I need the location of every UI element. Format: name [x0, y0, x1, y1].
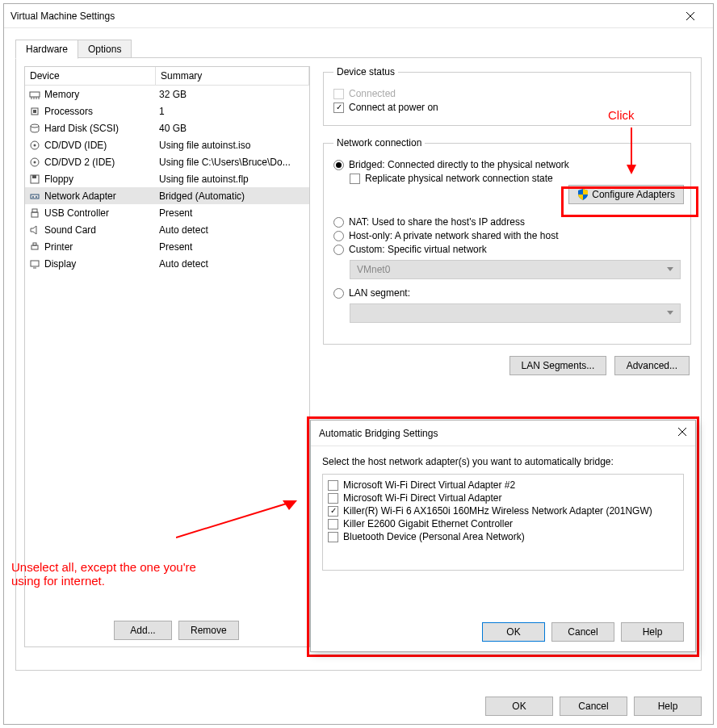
device-name: Printer	[44, 241, 159, 253]
device-summary: Present	[159, 241, 306, 253]
shield-icon	[577, 189, 589, 200]
custom-radio[interactable]: Custom: Specific virtual network	[333, 244, 681, 255]
device-name: USB Controller	[44, 207, 159, 219]
adapter-label: Killer E2600 Gigabit Ethernet Controller	[343, 518, 513, 529]
col-header-summary[interactable]: Summary	[156, 67, 309, 85]
table-row[interactable]: Hard Disk (SCSI)40 GB	[25, 119, 309, 136]
checkbox-icon: ✓	[328, 506, 338, 517]
device-summary: Bridged (Automatic)	[159, 190, 306, 202]
device-name: Floppy	[44, 174, 159, 185]
table-row[interactable]: Processors1	[25, 103, 309, 119]
table-row[interactable]: USB ControllerPresent	[25, 204, 309, 221]
table-row[interactable]: FloppyUsing file autoinst.flp	[25, 170, 309, 187]
adapter-label: Microsoft Wi-Fi Direct Virtual Adapter #…	[343, 479, 515, 491]
col-header-device[interactable]: Device	[25, 67, 156, 85]
cpu-icon	[28, 105, 41, 118]
ok-button[interactable]: OK	[485, 697, 553, 716]
disk-icon	[28, 122, 41, 135]
table-row[interactable]: CD/DVD 2 (IDE)Using file C:\Users\Bruce\…	[25, 153, 309, 170]
lan-segment-radio[interactable]: LAN segment:	[333, 287, 681, 299]
adapter-checkbox[interactable]: ✓Killer(R) Wi-Fi 6 AX1650i 160MHz Wirele…	[328, 505, 678, 517]
tab-options[interactable]: Options	[78, 40, 132, 59]
printer-icon	[28, 241, 41, 253]
lan-segments-button[interactable]: LAN Segments...	[509, 356, 607, 375]
svg-point-11	[34, 161, 36, 163]
svg-rect-0	[30, 92, 40, 97]
radio-icon	[333, 288, 344, 299]
table-row[interactable]: Sound CardAuto detect	[25, 221, 309, 238]
titlebar: Virtual Machine Settings	[4, 4, 713, 28]
usb-icon	[28, 207, 41, 220]
lan-segment-select	[350, 303, 681, 323]
floppy-icon	[28, 173, 41, 186]
close-icon	[677, 427, 687, 437]
bridging-help-button[interactable]: Help	[621, 622, 684, 642]
adapter-checkbox[interactable]: Microsoft Wi-Fi Direct Virtual Adapter #…	[328, 479, 678, 491]
tab-hardware[interactable]: Hardware	[15, 40, 78, 59]
device-buttons: Add... Remove	[114, 621, 239, 640]
device-summary: 1	[159, 106, 306, 117]
bridging-cancel-button[interactable]: Cancel	[551, 622, 614, 642]
checkbox-icon	[328, 493, 338, 504]
close-button[interactable]	[674, 5, 707, 27]
annotation-arrow-down	[631, 128, 632, 173]
bridging-title: Automatic Bridging Settings	[319, 428, 677, 439]
bridging-buttons: OK Cancel Help	[482, 622, 684, 642]
close-icon	[686, 11, 695, 21]
segment-buttons: LAN Segments... Advanced...	[321, 356, 693, 375]
chevron-down-icon	[667, 311, 673, 315]
device-summary: Using file C:\Users\Bruce\Do...	[159, 157, 306, 168]
checkbox-icon	[328, 519, 338, 529]
add-button[interactable]: Add...	[114, 621, 172, 640]
connected-checkbox: Connected	[333, 88, 681, 99]
memory-icon	[28, 88, 41, 101]
dialog-buttons: OK Cancel Help	[485, 697, 702, 716]
checkbox-icon	[333, 89, 344, 99]
configure-adapters-button[interactable]: Configure Adapters	[568, 185, 684, 204]
svg-point-15	[32, 196, 34, 198]
bridging-instruction: Select the host network adapter(s) you w…	[322, 456, 684, 467]
table-row[interactable]: PrinterPresent	[25, 238, 309, 255]
radio-icon	[333, 231, 344, 241]
bridging-close-button[interactable]	[677, 427, 687, 439]
replicate-state-checkbox[interactable]: Replicate physical network connection st…	[350, 173, 681, 184]
device-summary: Using file autoinst.iso	[159, 140, 306, 151]
device-status-legend: Device status	[333, 66, 398, 77]
table-row[interactable]: CD/DVD (IDE)Using file autoinst.iso	[25, 136, 309, 153]
window-title: Virtual Machine Settings	[10, 10, 674, 22]
adapter-checkbox[interactable]: Killer E2600 Gigabit Ethernet Controller	[328, 518, 678, 529]
table-header: Device Summary	[25, 67, 309, 86]
svg-point-9	[34, 144, 36, 146]
nat-radio[interactable]: NAT: Used to share the host's IP address	[333, 216, 681, 228]
host-only-radio[interactable]: Host-only: A private network shared with…	[333, 230, 681, 241]
cd-icon	[28, 139, 41, 152]
sound-icon	[28, 224, 41, 236]
adapter-checkbox[interactable]: Bluetooth Device (Personal Area Network)	[328, 531, 678, 542]
table-row[interactable]: Network AdapterBridged (Automatic)	[25, 187, 309, 204]
table-row[interactable]: DisplayAuto detect	[25, 255, 309, 272]
svg-point-7	[31, 124, 39, 128]
table-row[interactable]: Memory32 GB	[25, 86, 309, 103]
annotation-unselect-text: Unselect all, except the one you're usin…	[11, 560, 221, 588]
device-name: Sound Card	[44, 224, 159, 236]
vmnet-select: VMnet0	[350, 260, 681, 279]
svg-rect-17	[32, 209, 37, 212]
svg-rect-18	[31, 212, 38, 217]
bridging-ok-button[interactable]: OK	[482, 622, 545, 642]
bridging-body: Select the host network adapter(s) you w…	[311, 446, 695, 580]
remove-button[interactable]: Remove	[178, 621, 239, 640]
cancel-button[interactable]: Cancel	[560, 697, 627, 716]
adapter-label: Microsoft Wi-Fi Direct Virtual Adapter	[343, 492, 502, 504]
svg-rect-19	[31, 245, 38, 249]
device-name: CD/DVD 2 (IDE)	[44, 157, 159, 168]
annotation-click-label: Click	[608, 108, 635, 122]
help-button[interactable]: Help	[634, 697, 702, 716]
network-connection-legend: Network connection	[333, 137, 425, 149]
device-summary: Present	[159, 207, 306, 219]
adapter-checkbox[interactable]: Microsoft Wi-Fi Direct Virtual Adapter	[328, 492, 678, 504]
device-summary: Using file autoinst.flp	[159, 174, 306, 185]
device-name: Processors	[44, 106, 159, 117]
net-icon	[28, 190, 41, 203]
advanced-button[interactable]: Advanced...	[614, 356, 690, 375]
device-summary: Auto detect	[159, 224, 306, 236]
